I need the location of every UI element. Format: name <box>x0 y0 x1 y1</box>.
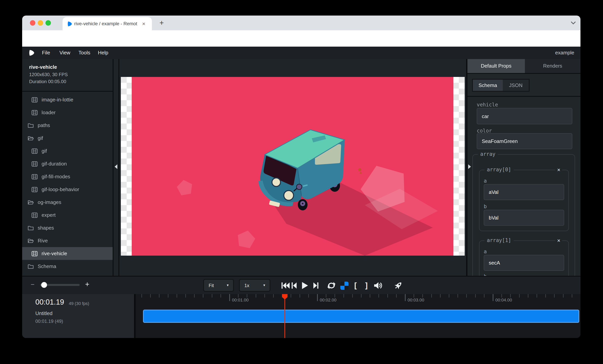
folder-icon <box>28 225 34 231</box>
toggle-schema[interactable]: Schema <box>473 80 503 91</box>
sidebar-item-gif-loop-behavior[interactable]: gif-loop-behavior <box>22 183 113 196</box>
browser-tab[interactable]: rive-vehicle / example - Remoti × <box>63 17 152 30</box>
ruler-label-3s: 00:03.00 <box>407 297 424 302</box>
sidebar-folder-gif[interactable]: gif <box>22 132 113 145</box>
timeline-track-bar[interactable] <box>143 310 579 323</box>
track-name: Untitled <box>35 310 52 316</box>
speed-dropdown[interactable]: 1x▼ <box>239 279 270 292</box>
timeline-divider <box>134 294 136 338</box>
composition-viewport <box>121 77 465 256</box>
render-rocket-icon[interactable] <box>394 281 403 290</box>
remotion-logo-icon[interactable] <box>29 49 35 56</box>
tab-title: rive-vehicle / example - Remoti <box>74 17 137 30</box>
second-tick <box>405 294 406 301</box>
collapse-panel-arrow-icon[interactable] <box>468 164 471 169</box>
ruler-label-2s: 00:02.00 <box>320 297 336 302</box>
current-frame-info: 49 (30 fps) <box>69 301 89 306</box>
sidebar-folder-shapes[interactable]: shapes <box>22 221 113 234</box>
second-tick <box>317 294 318 301</box>
in-point-icon[interactable]: [ <box>351 281 360 290</box>
preview-canvas <box>119 59 466 276</box>
timeline-zoom-in-button[interactable]: + <box>85 280 89 289</box>
field-label-color: color <box>477 128 492 134</box>
pentagon-left <box>177 180 192 195</box>
panel-divider <box>467 73 580 74</box>
array-0-b-field[interactable] <box>484 210 564 226</box>
skip-to-start-icon[interactable] <box>281 281 290 290</box>
vehicle-animation-frame <box>132 77 453 256</box>
film-icon <box>32 174 38 179</box>
properties-panel: Default Props Renders Schema JSON vehicl… <box>467 59 580 276</box>
film-icon <box>32 148 38 154</box>
fit-dropdown[interactable]: Fit▼ <box>203 279 234 292</box>
tab-default-props[interactable]: Default Props <box>467 59 525 73</box>
previous-frame-icon[interactable] <box>290 281 299 290</box>
new-tab-button[interactable]: + <box>157 18 167 28</box>
sidebar-item-expert[interactable]: expert <box>22 209 113 221</box>
menu-tools[interactable]: Tools <box>79 47 90 59</box>
traffic-light-minimize[interactable] <box>38 20 43 26</box>
panel-divider <box>467 96 580 97</box>
ruler-label-4s: 00:04.00 <box>495 297 512 302</box>
current-time: 00:01.19 <box>35 298 64 307</box>
film-icon <box>32 212 38 218</box>
film-icon <box>32 251 38 256</box>
sidebar-folder-rive[interactable]: Rive <box>22 234 113 247</box>
sidebar-folder-paths[interactable]: paths <box>22 119 113 132</box>
sidebar-divider[interactable] <box>113 59 114 276</box>
vehicle-field[interactable] <box>477 108 572 124</box>
menu-file[interactable]: File <box>42 47 50 59</box>
timeline-panel: 00:01.19 49 (30 fps) Untitled 00:01.19 (… <box>22 294 580 338</box>
volume-icon[interactable] <box>373 281 383 290</box>
menu-view[interactable]: View <box>59 47 70 59</box>
chevron-down-icon: ▼ <box>263 284 266 287</box>
timeline-ruler[interactable]: 00:01.00 00:02.00 00:03.00 00:04.00 <box>136 294 580 303</box>
folder-icon <box>28 123 34 128</box>
tab-close-icon[interactable]: × <box>140 20 147 27</box>
array-0-remove-icon[interactable]: × <box>555 167 562 173</box>
play-icon[interactable] <box>300 281 310 290</box>
sidebar-item-image-in-lottie[interactable]: image-in-lottie <box>22 93 113 106</box>
timeline-zoom-slider-thumb[interactable] <box>41 282 47 288</box>
sidebar-folder-og-images[interactable]: og-images <box>22 196 113 209</box>
menu-help[interactable]: Help <box>98 47 108 59</box>
composition-info-header: rive-vehicle 1200x630, 30 FPS Duration 0… <box>22 59 113 92</box>
array-0-legend: array[0] <box>485 167 513 173</box>
array-0-b-label: b <box>484 204 487 209</box>
track-duration: 00:01.19 (49) <box>35 318 63 324</box>
composition-duration: Duration 00:05.00 <box>29 79 66 84</box>
array-1-legend: array[1] <box>485 237 513 244</box>
sidebar-item-gif-duration[interactable]: gif-duration <box>22 157 113 170</box>
field-label-vehicle: vehicle <box>477 102 498 108</box>
traffic-light-close[interactable] <box>30 20 35 26</box>
out-point-icon[interactable]: ] <box>362 281 371 290</box>
browser-window: rive-vehicle / example - Remoti × + loca… <box>22 16 580 338</box>
ruler-label-1s: 00:01.00 <box>232 297 249 302</box>
collapse-sidebar-arrow-icon[interactable] <box>115 164 117 169</box>
folder-open-icon <box>28 238 34 243</box>
sidebar-item-loader[interactable]: loader <box>22 106 113 119</box>
tab-search-chevron-icon[interactable] <box>571 21 576 25</box>
loop-icon[interactable] <box>327 281 336 290</box>
color-field[interactable] <box>477 133 572 149</box>
tab-renders[interactable]: Renders <box>525 59 580 73</box>
traffic-light-zoom[interactable] <box>46 20 51 26</box>
sidebar-folder-schema[interactable]: Schema <box>22 260 113 273</box>
second-tick <box>493 294 493 301</box>
timeline-zoom-out-button[interactable]: − <box>31 281 35 289</box>
sidebar-item-gif[interactable]: gif <box>22 145 113 157</box>
array-0-a-field[interactable] <box>484 184 564 200</box>
schema-json-toggle: Schema JSON <box>472 79 530 92</box>
array-1-remove-icon[interactable]: × <box>555 237 562 244</box>
composition-title: rive-vehicle <box>29 64 57 70</box>
sidebar-item-gif-fill-modes[interactable]: gif-fill-modes <box>22 170 113 183</box>
sidebar-item-rive-vehicle[interactable]: rive-vehicle <box>22 247 113 260</box>
film-icon <box>32 187 38 192</box>
playhead-line[interactable] <box>284 294 285 338</box>
toggle-json[interactable]: JSON <box>503 80 529 91</box>
skip-to-end-icon[interactable] <box>311 281 321 290</box>
array-1-a-field[interactable] <box>484 255 564 271</box>
transparency-checkerboard-icon[interactable] <box>340 281 349 290</box>
app-menubar: File View Tools Help example <box>22 47 580 59</box>
film-icon <box>32 110 38 115</box>
